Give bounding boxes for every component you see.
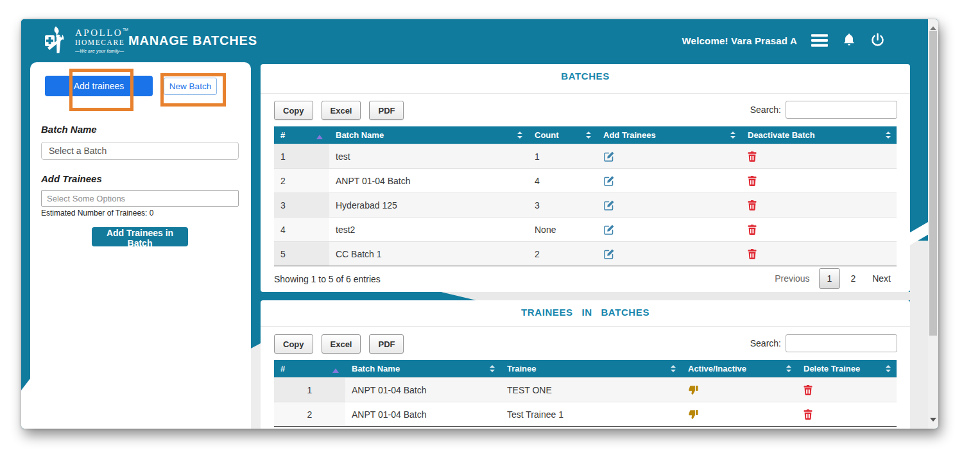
sort-ascending-icon: [316, 132, 323, 139]
copy-button[interactable]: Copy: [274, 334, 313, 354]
trash-icon[interactable]: [748, 151, 757, 162]
trainees-export-buttons: Copy Excel PDF: [274, 334, 404, 354]
column-header-num[interactable]: #: [274, 360, 345, 378]
scroll-up-arrow-icon[interactable]: [930, 23, 936, 30]
cell-batch-name: Hyderabad 125: [329, 193, 528, 218]
column-header-add-trainees[interactable]: Add Trainees: [597, 126, 741, 144]
edit-icon[interactable]: [603, 151, 615, 162]
trash-icon[interactable]: [804, 385, 812, 395]
table-row: 4test2None: [274, 218, 897, 242]
add-trainees-in-batch-button[interactable]: Add Trainees in Batch: [92, 227, 188, 246]
edit-icon[interactable]: [603, 224, 615, 236]
trainees-search-input[interactable]: [786, 334, 897, 352]
cell-count: None: [528, 218, 597, 242]
batches-pagination: Previous12Next: [768, 268, 897, 289]
column-header-trainee[interactable]: Trainee: [501, 360, 682, 378]
table-cell: [597, 169, 741, 193]
pagination-previous[interactable]: Previous: [768, 269, 816, 288]
pdf-button[interactable]: PDF: [369, 334, 404, 354]
batches-table: #Batch NameCountAdd TraineesDeactivate B…: [274, 126, 897, 266]
table-row: 1test1: [274, 144, 897, 169]
column-header-batch-name[interactable]: Batch Name: [345, 360, 501, 378]
table-cell: [682, 402, 797, 427]
table-row: 3Hyderabad 1253: [274, 193, 897, 218]
cell-count: 4: [528, 169, 597, 193]
background-gap-strip: [251, 343, 261, 429]
logo-trademark: TM: [123, 28, 128, 31]
table-cell: [741, 242, 897, 266]
page-title: MANAGE BATCHES: [128, 19, 257, 62]
cell-batch-name: ANPT 01-04 Batch: [345, 402, 501, 427]
scrollbar-thumb[interactable]: [929, 31, 937, 336]
cell-batch-name: ANPT 01-04 Batch: [345, 378, 501, 402]
sidebar-panel: Add trainees New Batch Batch Name Select…: [30, 62, 251, 429]
trash-icon[interactable]: [748, 249, 757, 259]
batch-select-value: Select a Batch: [49, 146, 107, 156]
column-header-num[interactable]: #: [274, 126, 329, 144]
logo-subname: HOMECARE: [75, 39, 128, 47]
trainees-section: TRAINEES IN BATCHES Copy Excel PDF Searc…: [261, 300, 910, 429]
excel-button[interactable]: Excel: [322, 334, 361, 354]
background-right-strip: [910, 241, 928, 429]
new-batch-button[interactable]: New Batch: [164, 78, 217, 95]
search-label: Search:: [750, 338, 781, 348]
table-cell: [682, 378, 797, 402]
bell-icon[interactable]: [842, 33, 856, 48]
batches-search-input[interactable]: [786, 101, 897, 119]
batch-select[interactable]: Select a Batch: [41, 142, 239, 160]
table-row: 5CC Batch 12: [274, 242, 897, 266]
edit-icon[interactable]: [603, 248, 615, 260]
edit-icon[interactable]: [603, 200, 615, 211]
apollo-homecare-logo: APOLLOTM HOMECARE —We are your family—: [44, 26, 128, 55]
excel-button[interactable]: Excel: [322, 101, 361, 120]
table-cell: [597, 144, 741, 169]
pagination-page-1[interactable]: 1: [819, 268, 841, 289]
column-header-deactivate-batch[interactable]: Deactivate Batch: [741, 126, 897, 144]
pagination-next[interactable]: Next: [866, 269, 897, 288]
column-header-batch-name[interactable]: Batch Name: [329, 126, 528, 144]
table-cell: [597, 218, 741, 242]
menu-icon[interactable]: [811, 33, 828, 47]
app-header: APOLLOTM HOMECARE —We are your family— M…: [21, 19, 928, 62]
sort-icon: [786, 360, 792, 377]
trash-icon[interactable]: [748, 200, 757, 210]
thumbs-down-icon[interactable]: [688, 385, 699, 395]
table-row: 1ANPT 01-04 BatchTEST ONE: [274, 378, 897, 402]
cell-count: 3: [528, 193, 597, 218]
batches-export-buttons: Copy Excel PDF: [274, 101, 404, 120]
trash-icon[interactable]: [748, 176, 757, 186]
cell-trainee-name: TEST ONE: [501, 378, 682, 402]
table-cell: [741, 169, 897, 193]
cell-count: 1: [528, 144, 597, 169]
trainees-title: TRAINEES IN BATCHES: [261, 307, 910, 318]
copy-button[interactable]: Copy: [274, 101, 313, 120]
background-diagonal-band: [261, 292, 910, 300]
add-trainees-button[interactable]: Add trainees: [45, 76, 153, 96]
thumbs-down-icon[interactable]: [688, 409, 699, 420]
table-cell: [741, 193, 897, 218]
apollo-logo-graphic: [44, 26, 70, 55]
sort-icon: [671, 360, 676, 377]
header-right-cluster: Welcome! Vara Prasad A: [682, 19, 886, 62]
sort-icon: [490, 360, 495, 377]
search-label: Search:: [750, 105, 781, 115]
trash-icon[interactable]: [804, 409, 812, 420]
pagination-page-2[interactable]: 2: [843, 269, 863, 288]
vertical-scrollbar[interactable]: [928, 19, 938, 429]
trainees-input[interactable]: [41, 190, 239, 207]
cell-batch-name: test: [329, 144, 528, 169]
column-header-count[interactable]: Count: [528, 126, 597, 144]
table-row: 2ANPT 01-04 Batch4: [274, 169, 897, 193]
cell-row-number: 4: [274, 218, 329, 242]
batch-name-label: Batch Name: [41, 124, 97, 135]
sort-icon: [886, 360, 891, 377]
power-icon[interactable]: [870, 33, 885, 48]
column-header-active-inactive[interactable]: Active/Inactive: [682, 360, 797, 378]
column-header-delete-trainee[interactable]: Delete Trainee: [797, 360, 897, 378]
table-cell: [797, 402, 897, 427]
edit-icon[interactable]: [603, 175, 615, 187]
scroll-down-arrow-icon[interactable]: [930, 418, 936, 425]
pdf-button[interactable]: PDF: [369, 101, 404, 120]
trash-icon[interactable]: [748, 225, 757, 235]
sort-icon: [586, 126, 592, 144]
